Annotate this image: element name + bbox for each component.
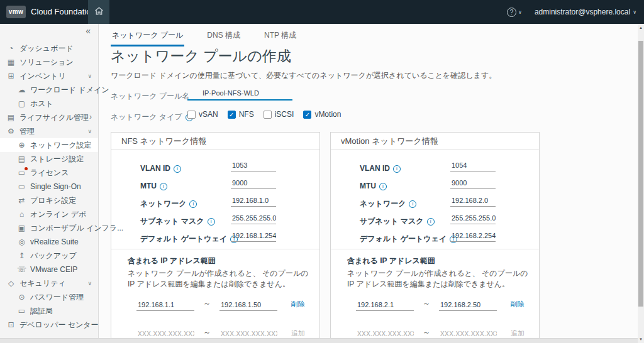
chevron-right-icon: › <box>89 112 92 121</box>
info-icon[interactable]: i <box>427 218 435 226</box>
sidebar-item-label: パスワード管理 <box>30 292 84 303</box>
range-start-input[interactable] <box>356 301 414 311</box>
network-icon: ⊕ <box>17 141 26 150</box>
chevron-down-icon: ∨ <box>87 128 92 134</box>
vlan-id-label: VLAN ID <box>140 164 170 173</box>
help-menu[interactable]: ? ∨ <box>507 8 522 17</box>
sidebar-item-password-management[interactable]: ⊙パスワード管理 <box>0 290 98 304</box>
vmware-logo: vmw <box>6 6 26 18</box>
checkbox-icon: ✓ <box>228 111 236 119</box>
checkbox-vsan[interactable]: ✓ vSAN <box>187 110 218 119</box>
sidebar-item-lifecycle-management[interactable]: ▤ライフサイクル管理› <box>0 111 98 124</box>
tab-dns-configuration[interactable]: DNS 構成 <box>206 28 242 46</box>
sidebar-item-workload-domains[interactable]: ☁ワークロード ドメイン <box>0 83 98 97</box>
range-end-input[interactable] <box>219 301 277 311</box>
info-icon[interactable]: i <box>393 165 401 173</box>
range-start-input[interactable] <box>136 301 194 311</box>
range-separator: ～ <box>414 298 439 311</box>
sidebar-item-label: 認証局 <box>30 306 53 317</box>
vertical-scrollbar[interactable]: ▲ ▼ <box>638 24 644 343</box>
sidebar-item-label: ワークロード ドメイン <box>30 85 109 95</box>
sidebar-collapse-button[interactable]: « <box>0 24 98 40</box>
sso-icon: ▭ <box>17 182 26 191</box>
sidebar-item-storage-settings[interactable]: ▤ストレージ設定 <box>0 152 98 166</box>
vrealize-icon: ◎ <box>17 237 26 246</box>
tab-ntp-configuration[interactable]: NTP 構成 <box>263 28 297 46</box>
checkbox-nfs[interactable]: ✓ NFS <box>228 110 254 119</box>
sidebar-item-administration[interactable]: ⚙管理∨ <box>0 124 98 138</box>
sidebar-item-dashboard[interactable]: ◔ダッシュボード <box>0 41 98 55</box>
ip-range-note: ネットワーク プールが作成されると、 そのプールの IP アドレス範囲を編集また… <box>347 268 533 290</box>
info-icon[interactable]: i <box>189 200 197 208</box>
sidebar-item-composable-infrastructure[interactable]: ▣コンポーザブル インフラ... <box>0 221 98 235</box>
sidebar-nav: ◔ダッシュボード▦ソリューション⊞インベントリ∨☁ワークロード ドメイン▢ホスト… <box>0 41 98 332</box>
network-input[interactable] <box>231 197 276 207</box>
network-type-checkboxes: ✓ vSAN ✓ NFS ✓ iSCSI ✓ vMotion <box>187 110 341 119</box>
scroll-down-arrow-icon[interactable]: ▼ <box>638 335 644 343</box>
delete-range-link[interactable]: 削除 <box>291 300 305 311</box>
scroll-up-arrow-icon[interactable]: ▲ <box>638 24 644 31</box>
panel-title: vMotion ネットワーク情報 <box>331 133 539 150</box>
delete-range-link[interactable]: 削除 <box>511 300 525 311</box>
sidebar-item-label: vRealize Suite <box>30 237 79 246</box>
sidebar-item-label: ソリューション <box>19 57 74 68</box>
info-icon[interactable]: i <box>379 183 387 190</box>
checkbox-vmotion[interactable]: ✓ vMotion <box>303 110 341 119</box>
subnet-mask-input[interactable] <box>231 214 276 224</box>
sidebar-item-hosts[interactable]: ▢ホスト <box>0 97 98 111</box>
info-icon[interactable]: i <box>174 165 181 173</box>
certificate-icon: ▭ <box>17 307 26 315</box>
inventory-icon: ⊞ <box>6 72 16 80</box>
sidebar-item-backup[interactable]: ↥バックアップ <box>0 249 98 263</box>
tab-bar: ネットワーク プール DNS 構成 NTP 構成 <box>111 28 297 46</box>
storage-icon: ▤ <box>17 155 26 163</box>
lock-icon: ⊙ <box>17 293 26 302</box>
sidebar-item-label: オンライン デポ <box>30 209 86 220</box>
info-icon[interactable]: i <box>409 200 416 208</box>
sidebar-item-inventory[interactable]: ⊞インベントリ∨ <box>0 69 98 83</box>
mtu-label: MTU <box>140 182 157 190</box>
vlan-id-input[interactable] <box>231 161 276 172</box>
sidebar-item-label: ライフサイクル管理 <box>19 112 89 123</box>
tab-network-pool[interactable]: ネットワーク プール <box>111 28 184 46</box>
mtu-input[interactable] <box>450 179 496 189</box>
sidebar-item-single-sign-on[interactable]: ▭Single Sign-On <box>0 180 98 193</box>
proxy-icon: ⇄ <box>17 196 26 205</box>
sidebar-item-network-settings[interactable]: ⊕ネットワーク設定 <box>0 138 98 152</box>
sidebar-item-security[interactable]: ◇セキュリティ∨ <box>0 276 98 290</box>
subnet-mask-input[interactable] <box>450 214 496 224</box>
ip-range-title: 含まれる IP アドレス範囲 <box>347 256 435 266</box>
sidebar-item-label: コンポーザブル インフラ... <box>30 223 123 234</box>
sidebar-item-label: ホスト <box>30 99 53 109</box>
info-icon[interactable]: i <box>160 183 167 190</box>
page-description: ワークロード ドメインの使用量に基づいて、必要なすべてのネットワークが選択されて… <box>111 70 496 81</box>
help-icon: ? <box>507 8 516 17</box>
sidebar-item-proxy-settings[interactable]: ⇄プロキシ設定 <box>0 193 98 207</box>
default-gateway-input[interactable] <box>231 232 276 242</box>
sidebar-item-certificate-authority[interactable]: ▭認証局 <box>0 304 98 318</box>
home-button[interactable] <box>88 0 109 24</box>
sidebar-item-developer-center[interactable]: ⊡デベロッパー センター <box>0 318 98 332</box>
checkbox-iscsi[interactable]: ✓ iSCSI <box>264 110 294 119</box>
mtu-input[interactable] <box>231 179 276 189</box>
divider <box>111 249 319 249</box>
sidebar-item-licenses[interactable]: ▭ライセンス <box>0 166 98 180</box>
mtu-label: MTU <box>360 182 376 190</box>
pool-name-input[interactable] <box>187 88 292 101</box>
sidebar-item-vrealize-suite[interactable]: ◎vRealize Suite <box>0 235 98 249</box>
default-gateway-input[interactable] <box>450 232 496 242</box>
sidebar-item-solutions[interactable]: ▦ソリューション <box>0 55 98 69</box>
lifecycle-icon: ▤ <box>6 113 16 122</box>
sidebar-item-vmware-ceip[interactable]: ☏VMware CEIP <box>0 263 98 276</box>
scrollbar-thumb[interactable] <box>638 41 643 307</box>
network-label: ネットワーク <box>140 199 186 208</box>
sidebar-item-online-depot[interactable]: ⌂オンライン デポ <box>0 207 98 221</box>
network-input[interactable] <box>450 197 496 207</box>
info-icon[interactable]: i <box>208 218 215 226</box>
vlan-id-label: VLAN ID <box>360 164 390 173</box>
shield-icon: ◇ <box>6 279 16 288</box>
range-end-input[interactable] <box>439 301 497 311</box>
user-menu[interactable]: administrator@vsphere.local ∨ <box>535 8 636 16</box>
vlan-id-input[interactable] <box>450 161 496 172</box>
sidebar-item-label: ダッシュボード <box>19 43 74 54</box>
